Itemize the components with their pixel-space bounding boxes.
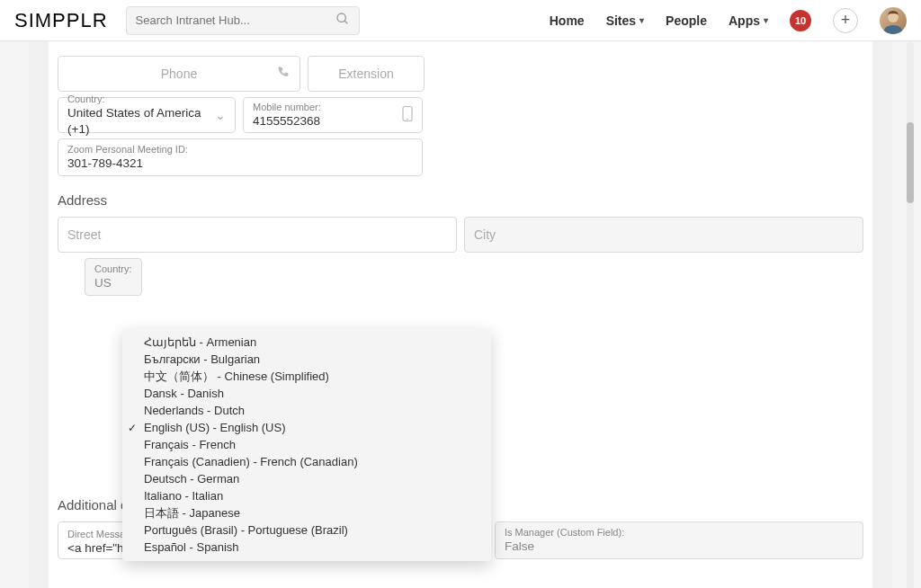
language-option[interactable]: Български - Bulgarian [122, 351, 491, 368]
avatar[interactable] [880, 7, 907, 34]
address-country-value: US [94, 275, 132, 291]
mobile-icon [402, 106, 413, 125]
language-option-label: Dansk - Danish [144, 387, 224, 400]
language-option[interactable]: Nederlands - Dutch [122, 402, 491, 419]
city-field: City [464, 217, 863, 253]
language-option[interactable]: Français - French [122, 436, 491, 453]
chevron-down-icon: ▾ [764, 15, 768, 25]
check-icon: ✓ [128, 422, 137, 434]
address-country-label: Country: [94, 263, 132, 275]
phone-country-value: United States of America (+1) [67, 105, 226, 138]
language-option[interactable]: 日本語 - Japanese [122, 504, 491, 521]
language-option-label: Հայերեն - Armenian [144, 335, 256, 349]
is-manager-field: Is Manager (Custom Field): False [495, 521, 863, 559]
nav-sites[interactable]: Sites▾ [606, 13, 644, 28]
language-option-label: Nederlands - Dutch [144, 404, 245, 417]
logo[interactable]: SIMPPLR [14, 9, 108, 32]
notification-count: 10 [795, 15, 806, 26]
language-option-label: Español - Spanish [144, 540, 239, 554]
chevron-down-icon: ▾ [639, 15, 644, 25]
phone-placeholder: Phone [161, 67, 197, 81]
mobile-value: 4155552368 [253, 113, 413, 129]
language-option[interactable]: ✓English (US) - English (US) [122, 419, 491, 436]
plus-icon: + [841, 11, 851, 30]
zoom-value: 301-789-4321 [67, 156, 413, 172]
extension-placeholder: Extension [338, 67, 393, 81]
street-field[interactable]: Street [58, 217, 457, 253]
nav-apps[interactable]: Apps▾ [729, 13, 768, 28]
nav-apps-label: Apps [729, 13, 760, 28]
language-option[interactable]: 中文（简体） - Chinese (Simplified) [122, 368, 491, 385]
search-icon [335, 12, 350, 29]
zoom-meeting-field[interactable]: Zoom Personal Meeting ID: 301-789-4321 [58, 138, 423, 176]
logo-text: SIMPPLR [14, 9, 108, 32]
main-nav: Home Sites▾ People Apps▾ 10 + [550, 7, 907, 34]
phone-country-select[interactable]: Country: United States of America (+1) ⌄ [58, 97, 236, 133]
language-option-label: Български - Bulgarian [144, 352, 260, 366]
nav-people-label: People [666, 13, 707, 28]
street-placeholder: Street [67, 227, 447, 242]
language-dropdown[interactable]: Հայերեն - ArmenianБългарски - Bulgarian中… [122, 328, 491, 561]
scrollbar-thumb[interactable] [907, 122, 914, 203]
notification-badge[interactable]: 10 [790, 10, 811, 31]
nav-home[interactable]: Home [550, 13, 585, 28]
language-option[interactable]: Deutsch - German [122, 470, 491, 487]
search-input[interactable] [136, 13, 316, 27]
language-option[interactable]: Español - Spanish [122, 539, 491, 556]
mobile-number-field[interactable]: Mobile number: 4155552368 [243, 97, 423, 133]
language-option-label: Italiano - Italian [144, 489, 223, 503]
add-button[interactable]: + [833, 8, 858, 33]
nav-home-label: Home [550, 13, 585, 28]
language-option[interactable]: Português (Brasil) - Portuguese (Brazil) [122, 521, 491, 539]
chevron-down-icon: ⌄ [215, 108, 226, 122]
city-placeholder: City [474, 227, 854, 242]
phone-country-label: Country: [67, 93, 226, 105]
nav-people[interactable]: People [666, 13, 707, 28]
nav-sites-label: Sites [606, 13, 636, 28]
extension-field[interactable]: Extension [308, 56, 425, 92]
phone-icon [276, 66, 291, 83]
svg-line-1 [344, 21, 347, 23]
content-area: Phone Extension Country: United States o… [29, 41, 892, 588]
language-option[interactable]: Հայերեն - Armenian [122, 334, 491, 351]
language-option-label: Français - French [144, 438, 236, 451]
address-country-field: Country: US [85, 258, 142, 296]
language-option[interactable]: Italiano - Italian [122, 487, 491, 504]
top-bar: SIMPPLR Home Sites▾ People Apps▾ 10 + [0, 0, 921, 41]
search-box[interactable] [126, 6, 360, 35]
language-option[interactable]: Dansk - Danish [122, 385, 491, 402]
language-option-label: Português (Brasil) - Portuguese (Brazil) [144, 523, 348, 537]
language-option-label: English (US) - English (US) [144, 421, 286, 434]
phone-field[interactable]: Phone [58, 56, 300, 92]
language-option-label: Deutsch - German [144, 472, 239, 486]
language-option[interactable]: Français (Canadien) - French (Canadian) [122, 453, 491, 470]
language-option-label: 日本語 - Japanese [144, 505, 240, 521]
language-option-label: Français (Canadien) - French (Canadian) [144, 455, 358, 468]
address-section-title: Address [58, 192, 872, 208]
svg-point-0 [337, 13, 345, 22]
mobile-label: Mobile number: [253, 101, 413, 113]
zoom-label: Zoom Personal Meeting ID: [67, 143, 413, 156]
mgr-label: Is Manager (Custom Field): [505, 526, 854, 539]
language-option-label: 中文（简体） - Chinese (Simplified) [144, 369, 329, 385]
form-card: Phone Extension Country: United States o… [49, 41, 872, 588]
mgr-value: False [505, 539, 854, 555]
